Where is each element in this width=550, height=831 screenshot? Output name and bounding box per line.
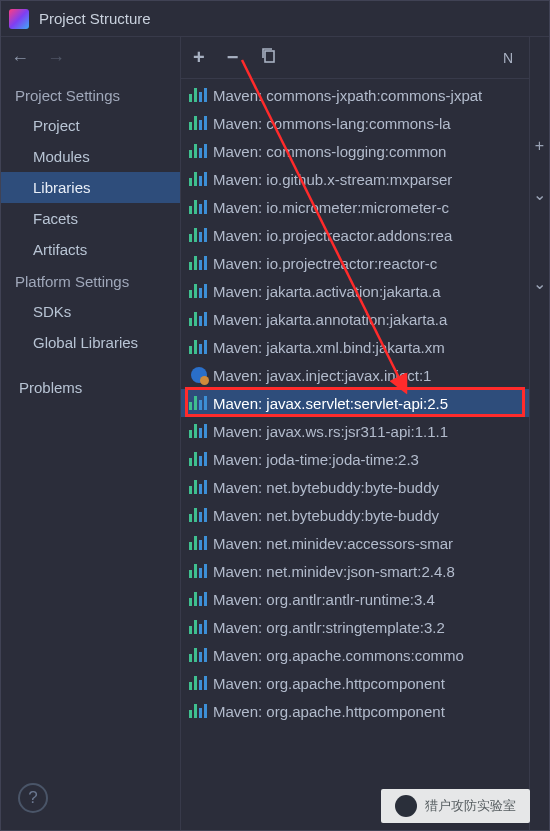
- help-button[interactable]: ?: [18, 783, 48, 813]
- library-icon: [189, 676, 207, 690]
- sidebar-item-modules[interactable]: Modules: [1, 141, 180, 172]
- library-label: Maven: io.github.x-stream:mxparser: [213, 171, 452, 188]
- library-item[interactable]: Maven: org.apache.httpcomponent: [181, 669, 529, 697]
- library-label: Maven: javax.servlet:servlet-api:2.5: [213, 395, 448, 412]
- sidebar-item-global-libraries[interactable]: Global Libraries: [1, 327, 180, 358]
- library-item[interactable]: Maven: org.apache.httpcomponent: [181, 697, 529, 725]
- library-icon: [189, 424, 207, 438]
- add-icon[interactable]: +: [535, 137, 544, 155]
- library-label: Maven: javax.ws.rs:jsr311-api:1.1.1: [213, 423, 448, 440]
- library-icon: [189, 592, 207, 606]
- library-item[interactable]: Maven: javax.ws.rs:jsr311-api:1.1.1: [181, 417, 529, 445]
- library-label: Maven: org.apache.httpcomponent: [213, 703, 445, 720]
- remove-button[interactable]: −: [227, 46, 239, 69]
- back-arrow-icon[interactable]: ←: [11, 48, 29, 69]
- library-item[interactable]: Maven: javax.inject:javax.inject:1: [181, 361, 529, 389]
- library-label: Maven: io.projectreactor:reactor-c: [213, 255, 437, 272]
- library-item[interactable]: Maven: net.minidev:json-smart:2.4.8: [181, 557, 529, 585]
- section-heading: Platform Settings: [1, 265, 180, 296]
- sidebar-item-facets[interactable]: Facets: [1, 203, 180, 234]
- watermark-text: 猎户攻防实验室: [425, 797, 516, 815]
- svg-rect-0: [265, 51, 274, 62]
- copy-button[interactable]: [260, 46, 278, 69]
- sidebar-item-sdks[interactable]: SDKs: [1, 296, 180, 327]
- library-icon: [189, 88, 207, 102]
- library-label: Maven: commons-jxpath:commons-jxpat: [213, 87, 482, 104]
- library-icon: [189, 116, 207, 130]
- section-heading: Project Settings: [1, 79, 180, 110]
- library-icon: [189, 172, 207, 186]
- library-item[interactable]: Maven: net.minidev:accessors-smar: [181, 529, 529, 557]
- library-label: Maven: org.antlr:stringtemplate:3.2: [213, 619, 445, 636]
- sidebar-item-problems[interactable]: Problems: [1, 372, 180, 403]
- titlebar: Project Structure: [1, 1, 549, 37]
- sidebar-item-artifacts[interactable]: Artifacts: [1, 234, 180, 265]
- library-icon: [189, 536, 207, 550]
- library-label: Maven: org.apache.commons:commo: [213, 647, 464, 664]
- sidebar-item-project[interactable]: Project: [1, 110, 180, 141]
- library-label: Maven: commons-lang:commons-la: [213, 115, 451, 132]
- library-label: Maven: commons-logging:common: [213, 143, 446, 160]
- library-item[interactable]: Maven: commons-jxpath:commons-jxpat: [181, 81, 529, 109]
- library-icon: [189, 312, 207, 326]
- library-icon: [189, 648, 207, 662]
- library-icon: [189, 508, 207, 522]
- library-icon: [189, 144, 207, 158]
- library-item[interactable]: Maven: io.projectreactor.addons:rea: [181, 221, 529, 249]
- library-item[interactable]: Maven: commons-lang:commons-la: [181, 109, 529, 137]
- library-label: Maven: jakarta.xml.bind:jakarta.xm: [213, 339, 445, 356]
- library-item[interactable]: Maven: jakarta.activation:jakarta.a: [181, 277, 529, 305]
- chevron-down-icon[interactable]: ⌄: [533, 274, 546, 293]
- library-icon: [189, 704, 207, 718]
- library-label: Maven: jakarta.activation:jakarta.a: [213, 283, 441, 300]
- library-item[interactable]: Maven: joda-time:joda-time:2.3: [181, 445, 529, 473]
- library-item[interactable]: Maven: org.antlr:stringtemplate:3.2: [181, 613, 529, 641]
- library-item[interactable]: Maven: io.github.x-stream:mxparser: [181, 165, 529, 193]
- forward-arrow-icon[interactable]: →: [47, 48, 65, 69]
- library-label: Maven: org.apache.httpcomponent: [213, 675, 445, 692]
- library-icon: [189, 452, 207, 466]
- sidebar: ← → Project SettingsProjectModulesLibrar…: [1, 37, 181, 830]
- library-item[interactable]: Maven: net.bytebuddy:byte-buddy: [181, 473, 529, 501]
- new-label: N: [503, 50, 517, 66]
- library-label: Maven: jakarta.annotation:jakarta.a: [213, 311, 447, 328]
- library-icon: [189, 480, 207, 494]
- watermark-avatar-icon: [395, 795, 417, 817]
- library-label: Maven: io.projectreactor.addons:rea: [213, 227, 452, 244]
- library-item[interactable]: Maven: org.antlr:antlr-runtime:3.4: [181, 585, 529, 613]
- library-label: Maven: org.antlr:antlr-runtime:3.4: [213, 591, 435, 608]
- library-item[interactable]: Maven: io.projectreactor:reactor-c: [181, 249, 529, 277]
- right-toolbar: + ⌄ ⌄: [529, 37, 549, 830]
- watermark: 猎户攻防实验室: [381, 789, 530, 823]
- library-toolbar: + − N: [181, 37, 529, 79]
- library-icon: [189, 284, 207, 298]
- library-icon: [189, 256, 207, 270]
- library-label: Maven: javax.inject:javax.inject:1: [213, 367, 431, 384]
- library-label: Maven: net.minidev:accessors-smar: [213, 535, 453, 552]
- library-item[interactable]: Maven: net.bytebuddy:byte-buddy: [181, 501, 529, 529]
- library-item[interactable]: Maven: jakarta.xml.bind:jakarta.xm: [181, 333, 529, 361]
- sidebar-item-libraries[interactable]: Libraries: [1, 172, 180, 203]
- library-icon: [189, 396, 207, 410]
- library-icon: [189, 620, 207, 634]
- library-label: Maven: net.bytebuddy:byte-buddy: [213, 479, 439, 496]
- library-label: Maven: joda-time:joda-time:2.3: [213, 451, 419, 468]
- library-icon: [189, 228, 207, 242]
- add-button[interactable]: +: [193, 46, 205, 69]
- library-item[interactable]: Maven: javax.servlet:servlet-api:2.5: [181, 389, 529, 417]
- library-label: Maven: net.minidev:json-smart:2.4.8: [213, 563, 455, 580]
- library-item[interactable]: Maven: commons-logging:common: [181, 137, 529, 165]
- library-label: Maven: io.micrometer:micrometer-c: [213, 199, 449, 216]
- library-list[interactable]: Maven: commons-jxpath:commons-jxpatMaven…: [181, 79, 529, 830]
- library-item[interactable]: Maven: jakarta.annotation:jakarta.a: [181, 305, 529, 333]
- library-icon: [189, 200, 207, 214]
- library-icon: [189, 564, 207, 578]
- window-title: Project Structure: [39, 10, 151, 27]
- library-icon: [189, 340, 207, 354]
- library-special-icon: [191, 367, 207, 383]
- library-label: Maven: net.bytebuddy:byte-buddy: [213, 507, 439, 524]
- library-item[interactable]: Maven: io.micrometer:micrometer-c: [181, 193, 529, 221]
- app-icon: [9, 9, 29, 29]
- chevron-down-icon[interactable]: ⌄: [533, 185, 546, 204]
- library-item[interactable]: Maven: org.apache.commons:commo: [181, 641, 529, 669]
